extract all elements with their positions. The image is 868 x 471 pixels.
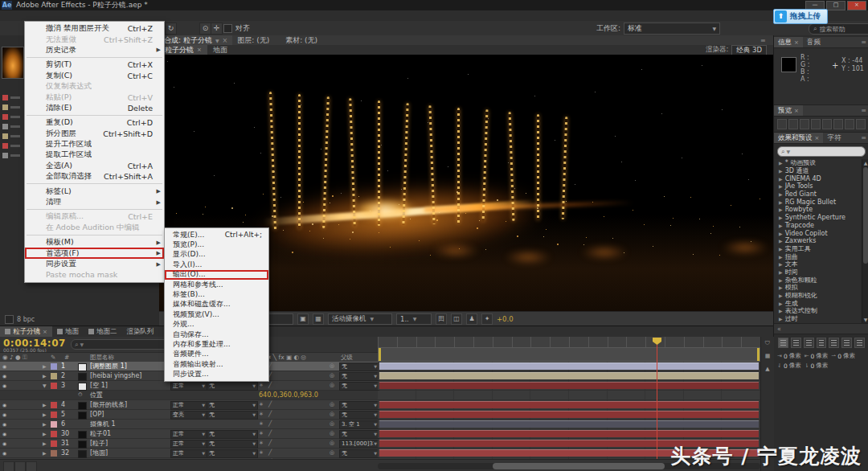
timeline-tab[interactable]: 地面 (52, 326, 84, 337)
expand-arrow-icon[interactable]: ▶ (779, 308, 783, 313)
expand-arrow-icon[interactable]: ▶ (779, 191, 783, 197)
expand-arrow-icon[interactable]: ▶ (779, 277, 783, 283)
layer-color-chip[interactable] (51, 383, 57, 389)
align-checkbox[interactable] (223, 24, 232, 33)
submenu-item[interactable]: 网格和参考线... (165, 280, 268, 289)
project-item[interactable] (0, 132, 27, 141)
align-right-icon[interactable] (804, 338, 814, 348)
menu-item[interactable]: 清理 ▶ (25, 197, 164, 207)
justify-last-center-icon[interactable] (829, 338, 839, 348)
panel-menu-icon[interactable]: ≡ (861, 134, 866, 141)
stopwatch-icon[interactable]: ⏱ (78, 391, 82, 399)
layer-switches[interactable]: ∗ ╱ (259, 400, 326, 409)
visibility-eye-icon[interactable]: ◉ (2, 448, 6, 457)
preview-button[interactable] (811, 119, 821, 129)
visibility-eye-icon[interactable]: ◉ (2, 429, 6, 438)
track-matte-dropdown[interactable]: 无▼ (207, 382, 258, 391)
view-layout-dropdown[interactable]: 1..▼ (396, 313, 432, 325)
effects-category[interactable]: ▶ Rowbyte (774, 206, 868, 214)
submenu-item[interactable]: 常规(E)... Ctrl+Alt+; (165, 230, 268, 240)
effects-category[interactable]: ▶ Synthetic Aperture (774, 214, 868, 222)
effects-category[interactable]: ▶ Trapcode (774, 222, 868, 230)
layer-switches[interactable]: ∗ ╱ (259, 381, 326, 390)
expand-arrow-icon[interactable]: ▶ (43, 448, 47, 457)
submenu-item[interactable]: 音频硬件... (165, 350, 268, 359)
blend-mode-dropdown[interactable]: 正常▼ (170, 449, 207, 458)
expand-arrow-icon[interactable]: ▶ (779, 199, 783, 205)
project-item[interactable] (0, 141, 27, 150)
layer-duration-bar[interactable] (379, 411, 759, 418)
expand-arrow-icon[interactable]: ▶ (43, 439, 47, 448)
menu-item[interactable]: 提升工作区域 (25, 139, 164, 149)
layer-duration-bar[interactable] (379, 372, 759, 379)
timeline-tab[interactable]: 地面二 (84, 326, 122, 337)
layer-name[interactable]: 粒子01 (90, 429, 169, 438)
scroll-up-icon[interactable]: ▲ (761, 366, 774, 372)
indent-field[interactable]: ⇃ 0 像素 (777, 362, 801, 370)
panel-menu-icon[interactable]: ≡ (861, 107, 866, 114)
layer-row[interactable]: ◉▶31[粒子]正常▼无▼∗ ╱◎113.[000]31▼ (0, 439, 760, 448)
submenu-item[interactable]: 视频预览(V)... (165, 309, 268, 319)
expand-arrow-icon[interactable]: ▶ (779, 183, 783, 189)
transparency-grid-icon[interactable]: ▦ (313, 313, 324, 325)
work-area-bar[interactable] (378, 347, 760, 362)
panel-menu-icon[interactable]: ≡ (861, 39, 866, 46)
close-icon[interactable]: × (223, 37, 228, 44)
submenu-item[interactable]: 同步设置... (165, 369, 268, 379)
layer-duration-bar[interactable] (379, 401, 759, 408)
visibility-eye-icon[interactable]: ◉ (2, 371, 6, 380)
layer-color-chip[interactable] (51, 440, 57, 447)
expand-arrow-icon[interactable]: ▶ (43, 362, 47, 371)
effects-category[interactable]: ▶ CINEMA 4D (774, 174, 868, 182)
effects-category[interactable]: ▶ RG Magic Bullet (774, 198, 868, 206)
layer-row[interactable]: ◉▶4[散开的线条]正常▼无▼∗ ╱◎无▼ (0, 400, 760, 410)
indent-field[interactable]: ⇥ 0 像素 (777, 352, 801, 360)
preview-button[interactable] (822, 119, 832, 129)
expand-arrow-icon[interactable]: ▶ (779, 301, 783, 306)
effects-category[interactable]: ▶ 过时 (774, 315, 868, 323)
layer-color-chip[interactable] (51, 431, 57, 437)
layer-duration-bar[interactable] (379, 430, 759, 437)
parent-pickwhip-icon[interactable]: ◎ (330, 439, 334, 448)
layer-name[interactable]: [散开的线条] (90, 400, 169, 409)
align-left-icon[interactable] (778, 338, 788, 348)
expand-arrow-icon[interactable]: ▶ (779, 223, 783, 228)
parent-dropdown[interactable]: 无▼ (339, 411, 379, 420)
parent-dropdown[interactable]: 113.[000]31▼ (339, 440, 379, 448)
layer-name-header[interactable]: 图层名称 (90, 353, 114, 362)
exposure-value[interactable]: +0.0 (497, 315, 514, 323)
layer-name[interactable]: [heibai yingshe] (90, 371, 169, 380)
blend-mode-dropdown[interactable]: 正常▼ (170, 430, 207, 439)
close-icon[interactable]: × (197, 47, 202, 53)
track-matte-dropdown[interactable]: 无▼ (207, 449, 258, 458)
menu-item[interactable]: Paste mocha mask (25, 269, 164, 280)
submenu-item[interactable]: 显示(D)... (165, 250, 268, 260)
expand-arrow-icon[interactable]: ▶ (43, 400, 47, 409)
layer-row[interactable]: ◉▶1[调整图层 1]正常▼∗ ╱◎无▼ (0, 362, 760, 371)
indent-field[interactable]: ⇀ 0 像素 (831, 352, 855, 360)
submenu-item[interactable]: 自动保存... (165, 330, 268, 339)
timeline-tab[interactable]: 渲染队列 (121, 326, 158, 337)
track-matte-dropdown[interactable]: 无▼ (207, 430, 258, 439)
tab-preview[interactable]: 预览× (774, 105, 803, 116)
renderer-value[interactable]: 经典 3D (731, 45, 767, 55)
layer-name[interactable]: [粒子] (90, 439, 169, 448)
submenu-item[interactable]: 音频输出映射... (165, 359, 268, 369)
layer-switches[interactable]: ∗ ╱ (259, 439, 326, 448)
parent-dropdown[interactable]: 无▼ (339, 372, 379, 381)
preview-button[interactable] (833, 119, 843, 129)
preview-button[interactable] (856, 119, 866, 129)
indent-field[interactable]: ⇂ 0 像素 (805, 362, 829, 370)
menu-item[interactable]: 撤消 禁用图层开关 Ctrl+Z (25, 23, 164, 34)
layer-switches[interactable]: ∗ ╱ (259, 429, 326, 438)
menu-item[interactable]: 首选项(F) ▶ (25, 248, 164, 258)
menu-item[interactable]: 历史记录 ▶ (25, 45, 164, 55)
viewer-tab[interactable]: 粒子分镜× (159, 45, 207, 55)
submenu-item[interactable]: 媒体和磁盘缓存... (165, 300, 268, 309)
project-item[interactable] (0, 122, 27, 131)
submenu-item[interactable]: 输出(O)... (165, 270, 268, 280)
layer-duration-bar[interactable] (379, 382, 759, 389)
expand-arrow-icon[interactable]: ▼ (43, 381, 47, 390)
effects-scrollbar[interactable]: ▲ ▼ (862, 159, 868, 323)
parent-pickwhip-icon[interactable]: ◎ (330, 371, 334, 380)
